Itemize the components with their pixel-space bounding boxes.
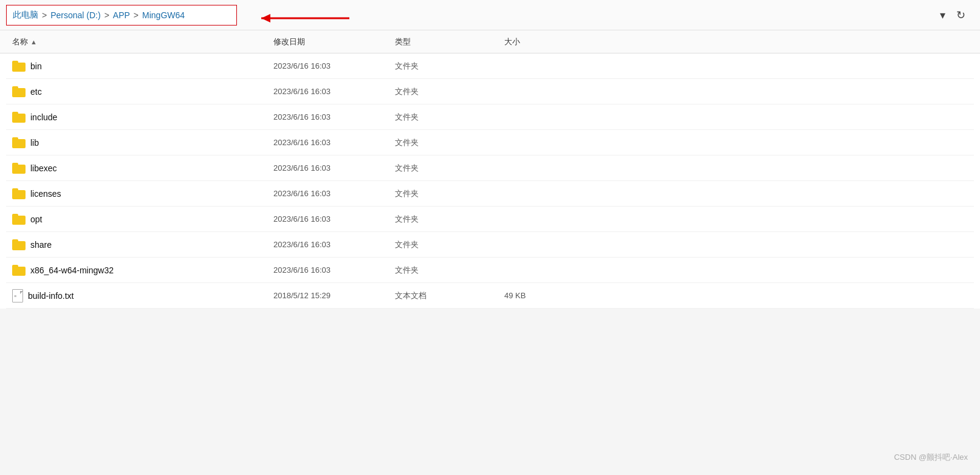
folder-icon bbox=[12, 188, 26, 199]
table-row[interactable]: opt 2023/6/16 16:03 文件夹 bbox=[6, 207, 974, 232]
file-type: 文件夹 bbox=[395, 86, 504, 97]
table-row[interactable]: licenses 2023/6/16 16:03 文件夹 bbox=[6, 181, 974, 207]
file-name-cell: share bbox=[12, 239, 273, 250]
folder-icon bbox=[12, 163, 26, 174]
folder-icon bbox=[12, 214, 26, 225]
file-type: 文件夹 bbox=[395, 112, 504, 123]
col-name-label: 名称 bbox=[12, 36, 28, 47]
watermark: CSDN @颤抖吧·Alex bbox=[894, 452, 968, 463]
file-date: 2023/6/16 16:03 bbox=[273, 138, 395, 147]
file-date: 2023/6/16 16:03 bbox=[273, 163, 395, 173]
file-date: 2023/6/16 16:03 bbox=[273, 214, 395, 224]
file-type: 文本文档 bbox=[395, 290, 504, 301]
file-name: bin bbox=[30, 61, 42, 71]
file-date: 2023/6/16 16:03 bbox=[273, 87, 395, 96]
file-name: include bbox=[30, 112, 57, 122]
svg-marker-1 bbox=[261, 14, 270, 22]
table-row[interactable]: libexec 2023/6/16 16:03 文件夹 bbox=[6, 155, 974, 181]
file-size: 49 KB bbox=[504, 291, 577, 300]
folder-icon bbox=[12, 112, 26, 123]
file-date: 2023/6/16 16:03 bbox=[273, 61, 395, 70]
breadcrumb-app[interactable]: APP bbox=[113, 10, 130, 20]
table-row[interactable]: etc 2023/6/16 16:03 文件夹 bbox=[6, 79, 974, 104]
column-headers: 名称 ▲ 修改日期 类型 大小 bbox=[0, 30, 980, 53]
folder-icon bbox=[12, 86, 26, 97]
file-type: 文件夹 bbox=[395, 188, 504, 199]
file-type: 文件夹 bbox=[395, 61, 504, 72]
breadcrumb-computer[interactable]: 此电脑 bbox=[13, 10, 38, 21]
file-date: 2023/6/16 16:03 bbox=[273, 240, 395, 249]
col-header-size[interactable]: 大小 bbox=[504, 36, 577, 47]
file-list: bin 2023/6/16 16:03 文件夹 etc 2023/6/16 16… bbox=[0, 53, 980, 309]
table-row[interactable]: bin 2023/6/16 16:03 文件夹 bbox=[6, 53, 974, 79]
file-type: 文件夹 bbox=[395, 265, 504, 276]
folder-icon bbox=[12, 239, 26, 250]
file-name-cell: include bbox=[12, 112, 273, 123]
folder-icon bbox=[12, 61, 26, 72]
file-name-cell: libexec bbox=[12, 163, 273, 174]
col-header-type[interactable]: 类型 bbox=[395, 36, 504, 47]
file-type: 文件夹 bbox=[395, 163, 504, 174]
breadcrumb[interactable]: 此电脑 > Personal (D:) > APP > MingGW64 bbox=[6, 5, 237, 26]
table-row[interactable]: share 2023/6/16 16:03 文件夹 bbox=[6, 232, 974, 258]
folder-icon bbox=[12, 265, 26, 276]
address-bar-controls: ▾ ↻ bbox=[937, 6, 974, 24]
file-date: 2023/6/16 16:03 bbox=[273, 189, 395, 198]
file-name-cell: bin bbox=[12, 61, 273, 72]
col-header-date[interactable]: 修改日期 bbox=[273, 36, 395, 47]
folder-icon bbox=[12, 137, 26, 148]
file-name-cell: build-info.txt bbox=[12, 289, 273, 302]
file-type: 文件夹 bbox=[395, 214, 504, 225]
file-name-cell: opt bbox=[12, 214, 273, 225]
file-name-cell: licenses bbox=[12, 188, 273, 199]
breadcrumb-sep-2: > bbox=[105, 10, 109, 20]
file-name: libexec bbox=[30, 163, 57, 173]
sort-arrow-icon: ▲ bbox=[30, 38, 37, 46]
txt-icon bbox=[12, 289, 23, 302]
file-date: 2018/5/12 15:29 bbox=[273, 291, 395, 300]
file-type: 文件夹 bbox=[395, 239, 504, 250]
breadcrumb-drive[interactable]: Personal (D:) bbox=[50, 10, 100, 20]
file-name: build-info.txt bbox=[28, 291, 74, 301]
file-date: 2023/6/16 16:03 bbox=[273, 112, 395, 121]
file-name: licenses bbox=[30, 189, 61, 199]
breadcrumb-current[interactable]: MingGW64 bbox=[142, 10, 185, 20]
file-name-cell: x86_64-w64-mingw32 bbox=[12, 265, 273, 276]
breadcrumb-sep-1: > bbox=[42, 10, 47, 20]
file-name: opt bbox=[30, 214, 42, 224]
table-row[interactable]: lib 2023/6/16 16:03 文件夹 bbox=[6, 130, 974, 155]
file-type: 文件夹 bbox=[395, 137, 504, 148]
file-date: 2023/6/16 16:03 bbox=[273, 265, 395, 275]
table-row[interactable]: build-info.txt 2018/5/12 15:29 文本文档 49 K… bbox=[6, 283, 974, 309]
address-bar: 此电脑 > Personal (D:) > APP > MingGW64 ▾ ↻ bbox=[0, 0, 980, 30]
file-name: lib bbox=[30, 138, 39, 148]
dropdown-button[interactable]: ▾ bbox=[937, 6, 948, 24]
table-row[interactable]: include 2023/6/16 16:03 文件夹 bbox=[6, 104, 974, 130]
file-name-cell: lib bbox=[12, 137, 273, 148]
file-name: share bbox=[30, 240, 52, 250]
file-name: x86_64-w64-mingw32 bbox=[30, 265, 114, 275]
file-name: etc bbox=[30, 87, 42, 97]
table-row[interactable]: x86_64-w64-mingw32 2023/6/16 16:03 文件夹 bbox=[6, 258, 974, 283]
col-header-name[interactable]: 名称 ▲ bbox=[12, 36, 273, 47]
refresh-button[interactable]: ↻ bbox=[954, 6, 968, 24]
file-name-cell: etc bbox=[12, 86, 273, 97]
breadcrumb-sep-3: > bbox=[134, 10, 139, 20]
